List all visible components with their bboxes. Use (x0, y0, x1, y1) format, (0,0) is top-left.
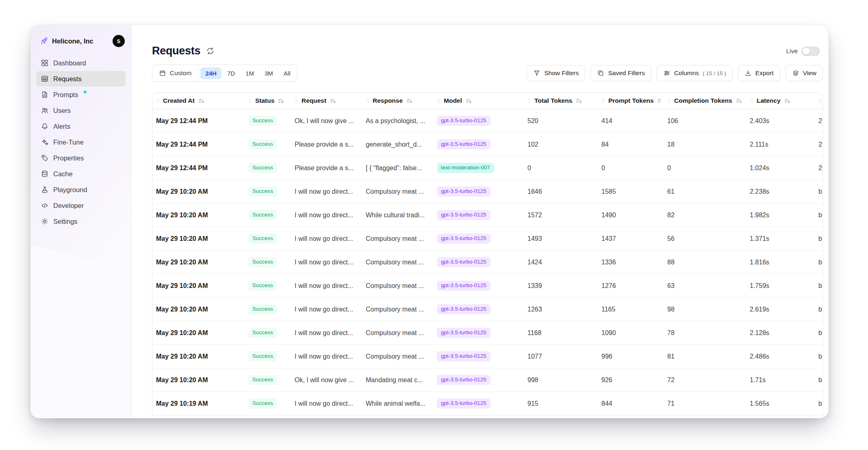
range-button-3m[interactable]: 3M (260, 67, 278, 79)
cell-model: gpt-3.5-turbo-0125 (433, 298, 524, 321)
cell-completion-tokens: 61 (664, 180, 746, 203)
request-row[interactable]: May 29 10:20 AMSuccessI will now go dire… (152, 251, 823, 274)
cell-total-tokens: 1263 (524, 298, 598, 321)
grip-dots-icon[interactable] (155, 98, 161, 104)
cell-status: Success (245, 156, 291, 180)
column-label: Response (373, 97, 403, 104)
columns-button[interactable]: Columns ( 15 / 15 ) (657, 65, 733, 81)
grip-dots-icon[interactable] (365, 98, 371, 104)
column-header-latency[interactable]: Latency (746, 93, 815, 109)
cell-created-at: May 29 10:20 AM (152, 298, 245, 321)
request-row[interactable]: May 29 10:20 AMSuccessOk, I will now giv… (152, 368, 823, 392)
layers-icon (792, 69, 799, 77)
range-button-all[interactable]: All (279, 67, 295, 79)
view-button[interactable]: View (786, 65, 823, 81)
grip-dots-icon[interactable] (293, 98, 299, 104)
bars-arrow-down-icon[interactable] (784, 97, 791, 104)
export-button[interactable]: Export (738, 65, 780, 81)
model-badge: gpt-3.5-turbo-0125 (437, 328, 490, 338)
status-badge: Success (248, 304, 277, 314)
status-badge: Success (248, 234, 277, 244)
sidebar-item-alerts[interactable]: Alerts (36, 119, 126, 134)
column-header-status[interactable]: Status (245, 93, 291, 109)
request-row[interactable]: May 29 10:19 AMSuccessI will now go dire… (152, 392, 823, 415)
grip-dots-icon[interactable] (436, 98, 442, 104)
range-button-24h[interactable]: 24H (200, 67, 221, 79)
sidebar-item-users[interactable]: Users (36, 103, 126, 118)
cell-prompt-tokens: 1165 (598, 298, 664, 321)
grip-dots-icon[interactable] (526, 98, 532, 104)
cell-user: b7c67919-39 (815, 203, 823, 227)
sidebar-item-label: Settings (53, 218, 78, 225)
org-switcher[interactable]: Helicone, Inc S (30, 25, 131, 50)
square-stack-icon (597, 69, 604, 77)
bars-arrow-down-icon[interactable] (657, 97, 661, 104)
table-body: May 29 12:44 PMSuccessOk, I will now giv… (152, 109, 823, 415)
cell-prompt-tokens: 996 (598, 345, 664, 368)
model-badge: gpt-3.5-turbo-0125 (437, 257, 490, 267)
grip-dots-icon[interactable] (817, 98, 823, 104)
grip-dots-icon[interactable] (247, 98, 253, 104)
sidebar-item-cache[interactable]: Cache (36, 166, 126, 182)
cell-request: I will now go direct... (291, 274, 362, 298)
cell-request: I will now go direct... (291, 180, 362, 203)
refresh-button[interactable] (206, 47, 215, 55)
bars-arrow-down-icon[interactable] (330, 97, 336, 104)
sidebar-item-label: Playground (53, 186, 87, 194)
cell-status: Success (245, 321, 291, 345)
sidebar-item-fine-tune[interactable]: Fine-Tune (36, 134, 126, 150)
request-row[interactable]: May 29 10:20 AMSuccessI will now go dire… (152, 345, 823, 368)
cell-status: Success (245, 251, 291, 274)
column-header-model[interactable]: Model (433, 93, 524, 109)
column-header-request[interactable]: Request (291, 93, 362, 109)
sidebar-item-dashboard[interactable]: Dashboard (36, 55, 126, 71)
bars-arrow-down-icon[interactable] (465, 97, 472, 104)
column-header-user[interactable]: User (815, 93, 823, 109)
column-header-completion-tokens[interactable]: Completion Tokens (664, 93, 746, 109)
request-row[interactable]: May 29 10:20 AMSuccessI will now go dire… (152, 321, 823, 345)
sidebar-item-settings[interactable]: Settings (36, 214, 126, 229)
grip-dots-icon[interactable] (666, 98, 672, 104)
bars-arrow-down-icon[interactable] (406, 97, 413, 104)
bars-arrow-down-icon[interactable] (198, 97, 205, 104)
page-title: Requests (152, 45, 200, 57)
bars-arrow-down-icon[interactable] (736, 97, 742, 104)
live-toggle[interactable] (802, 47, 820, 56)
column-label: Latency (757, 97, 781, 104)
cell-request: Please provide a s... (291, 156, 362, 180)
request-row[interactable]: May 29 10:20 AMSuccessI will now go dire… (152, 227, 823, 251)
gear-icon (41, 217, 49, 225)
show-filters-button[interactable]: Show Filters (527, 65, 585, 81)
column-header-created-at[interactable]: Created At (152, 93, 245, 109)
sidebar-item-properties[interactable]: Properties (36, 150, 126, 166)
saved-filters-button[interactable]: Saved Filters (590, 65, 651, 81)
request-row[interactable]: May 29 10:20 AMSuccessI will now go dire… (152, 180, 823, 203)
cell-latency: 2.238s (746, 180, 815, 203)
cell-total-tokens: 915 (524, 392, 598, 415)
request-row[interactable]: May 29 12:44 PMSuccessOk, I will now giv… (152, 109, 823, 133)
user-avatar[interactable]: S (113, 35, 125, 47)
request-row[interactable]: May 29 10:20 AMSuccessI will now go dire… (152, 203, 823, 227)
request-row[interactable]: May 29 12:44 PMSuccessPlease provide a s… (152, 156, 823, 180)
bars-arrow-down-icon[interactable] (278, 97, 284, 104)
custom-date-button[interactable]: Custom (152, 65, 198, 81)
cell-request: I will now go direct... (291, 345, 362, 368)
request-row[interactable]: May 29 10:20 AMSuccessI will now go dire… (152, 298, 823, 321)
range-button-1m[interactable]: 1M (241, 67, 259, 79)
column-header-total-tokens[interactable]: Total Tokens (524, 93, 598, 109)
column-header-prompt-tokens[interactable]: Prompt Tokens (598, 93, 664, 109)
column-header-response[interactable]: Response (362, 93, 433, 109)
cell-model: gpt-3.5-turbo-0125 (433, 133, 524, 156)
request-row[interactable]: May 29 12:44 PMSuccessPlease provide a s… (152, 133, 823, 156)
grip-dots-icon[interactable] (600, 98, 606, 104)
sidebar-item-playground[interactable]: Playground (36, 182, 126, 197)
grip-dots-icon[interactable] (749, 98, 755, 104)
range-button-7d[interactable]: 7D (222, 67, 240, 79)
sidebar-item-prompts[interactable]: Prompts (36, 87, 126, 102)
sidebar-item-developer[interactable]: Developer (36, 198, 126, 213)
request-row[interactable]: May 29 10:20 AMSuccessI will now go dire… (152, 274, 823, 298)
column-label: Request (302, 97, 326, 104)
columns-label: Columns (674, 69, 699, 77)
bars-arrow-down-icon[interactable] (575, 97, 582, 104)
sidebar-item-requests[interactable]: Requests (36, 71, 126, 87)
